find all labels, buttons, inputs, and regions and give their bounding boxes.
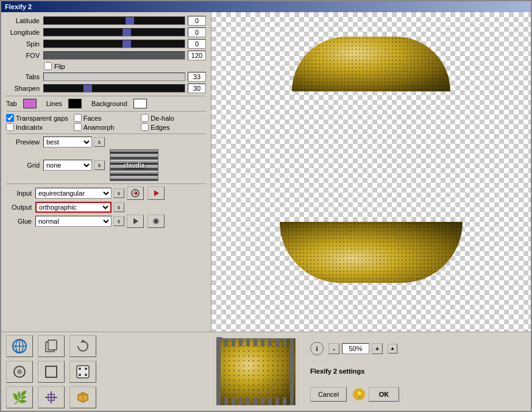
edges-label: Edges: [151, 124, 169, 131]
longitude-slider-container: [43, 27, 206, 37]
input-row: Input equirectangular cylindrical fishey…: [6, 186, 206, 200]
tool-row-1: [6, 335, 207, 357]
tool-btn-square[interactable]: [38, 361, 65, 383]
tool-btn-copy[interactable]: [38, 335, 65, 357]
info-icon[interactable]: i: [310, 342, 324, 355]
fov-slider[interactable]: [43, 51, 185, 60]
sharpen-value[interactable]: [188, 83, 206, 93]
settings-label: Flexify 2 settings: [310, 368, 364, 375]
left-panel: Latitude Longitude Spin: [1, 12, 211, 332]
tool-btn-rotate[interactable]: [69, 335, 96, 357]
preview-label: Preview: [6, 138, 40, 146]
longitude-label: Longitude: [6, 29, 40, 36]
indicatrix-label: Indicatrix: [16, 124, 43, 131]
preview-dropdown[interactable]: best fast none: [43, 137, 92, 147]
faces-item: Faces: [74, 114, 139, 122]
transparent-gaps-checkbox[interactable]: [6, 114, 14, 122]
ok-button[interactable]: OK: [369, 387, 399, 402]
longitude-slider[interactable]: [43, 28, 185, 37]
title-bar: Flexify 2: [1, 1, 531, 12]
longitude-value[interactable]: [188, 27, 206, 37]
zoom-plus-button[interactable]: +: [372, 343, 383, 354]
de-halo-item: De-halo: [141, 114, 206, 122]
preview-row: Preview best fast none s: [6, 137, 206, 147]
thumbnail: [216, 338, 296, 405]
indicatrix-checkbox[interactable]: [6, 123, 14, 131]
tab-color-swatch[interactable]: [23, 99, 37, 108]
scroll-up-button[interactable]: ▲: [388, 344, 397, 353]
input-btn2[interactable]: [147, 186, 165, 200]
ok-icon: 💡: [352, 387, 366, 402]
flip-checkbox[interactable]: [44, 62, 52, 70]
input-btn1[interactable]: [127, 186, 144, 200]
right-panel: [211, 12, 531, 332]
tabs-row: Tabs: [6, 72, 206, 82]
svg-rect-10: [48, 340, 57, 350]
output-s-button[interactable]: s: [113, 202, 124, 212]
spin-value[interactable]: [188, 39, 206, 49]
latitude-value[interactable]: [188, 16, 206, 26]
tool-btn-dice[interactable]: [69, 361, 96, 383]
latitude-slider[interactable]: [43, 16, 185, 25]
main-content: Latitude Longitude Spin: [1, 12, 531, 332]
cancel-button[interactable]: Cancel: [310, 387, 347, 402]
tool-btn-circle[interactable]: [6, 361, 33, 383]
svg-rect-14: [46, 366, 57, 377]
lines-color-swatch[interactable]: [68, 99, 82, 108]
fov-value[interactable]: [188, 51, 206, 60]
fov-label: FOV: [6, 52, 40, 59]
input-s-button[interactable]: s: [113, 188, 124, 198]
grid-label: Grid: [6, 162, 40, 169]
svg-point-16: [79, 368, 81, 370]
input-action-buttons: [127, 186, 165, 200]
final-buttons: Cancel 💡 OK: [310, 387, 521, 402]
faces-checkbox[interactable]: [74, 114, 82, 122]
svg-point-18: [85, 368, 87, 370]
preview-text-container: claudia: [110, 150, 158, 180]
edges-item: Edges: [141, 123, 206, 131]
background-color-swatch[interactable]: [133, 99, 147, 108]
fov-slider-container: [43, 51, 206, 60]
tab-color-label: Tab: [6, 100, 17, 107]
output-row: Output orthographic equirectangular cyli…: [6, 202, 206, 213]
grid-dropdown[interactable]: none 2x2 3x3: [43, 160, 92, 171]
tabs-slider[interactable]: [43, 73, 185, 81]
anamorph-item: Anamorph: [74, 123, 139, 131]
tool-btn-leaf[interactable]: 🌿: [6, 386, 33, 408]
svg-point-4: [154, 219, 158, 223]
zoom-info-row: i - 50% + ▲: [310, 342, 521, 355]
checkboxes-grid: Transparent gaps Faces De-halo Indicatri…: [6, 114, 206, 131]
spin-label: Spin: [6, 40, 40, 48]
output-label: Output: [6, 204, 32, 211]
spin-slider[interactable]: [43, 40, 185, 48]
bottom-bar: 🌿 i - 50%: [1, 332, 531, 411]
tool-btn-globe[interactable]: [6, 335, 33, 357]
grid-s-button[interactable]: s: [94, 160, 105, 170]
svg-point-17: [85, 374, 87, 376]
sharpen-slider[interactable]: [43, 84, 185, 93]
tabs-label: Tabs: [6, 73, 40, 80]
transparent-gaps-item: Transparent gaps: [6, 114, 71, 122]
glue-s-button[interactable]: s: [113, 216, 124, 226]
glue-dropdown[interactable]: normal blend replace: [35, 216, 112, 227]
edges-checkbox[interactable]: [141, 123, 149, 131]
glue-btn2[interactable]: [147, 215, 165, 228]
tool-btn-box3d[interactable]: [69, 386, 96, 408]
preview-image: claudia: [110, 149, 158, 181]
glue-btn1[interactable]: [127, 215, 144, 228]
output-dropdown[interactable]: orthographic equirectangular cylindrical: [35, 202, 112, 213]
tabs-value[interactable]: [188, 72, 206, 82]
tool-btn-crosshair[interactable]: [38, 386, 65, 408]
input-dropdown[interactable]: equirectangular cylindrical fisheye: [35, 188, 112, 199]
preview-canvas: [211, 12, 531, 332]
de-halo-checkbox[interactable]: [141, 114, 149, 122]
preview-s-button[interactable]: s: [94, 137, 105, 147]
sharpen-slider-container: [43, 83, 206, 93]
settings-label-container: Flexify 2 settings: [310, 368, 521, 375]
zoom-display: 50%: [342, 343, 369, 354]
svg-text:💡: 💡: [356, 391, 364, 399]
zoom-minus-button[interactable]: -: [328, 343, 339, 354]
anamorph-checkbox[interactable]: [74, 123, 82, 131]
fov-row: FOV: [6, 51, 206, 60]
window-title: Flexify 2: [5, 3, 32, 10]
